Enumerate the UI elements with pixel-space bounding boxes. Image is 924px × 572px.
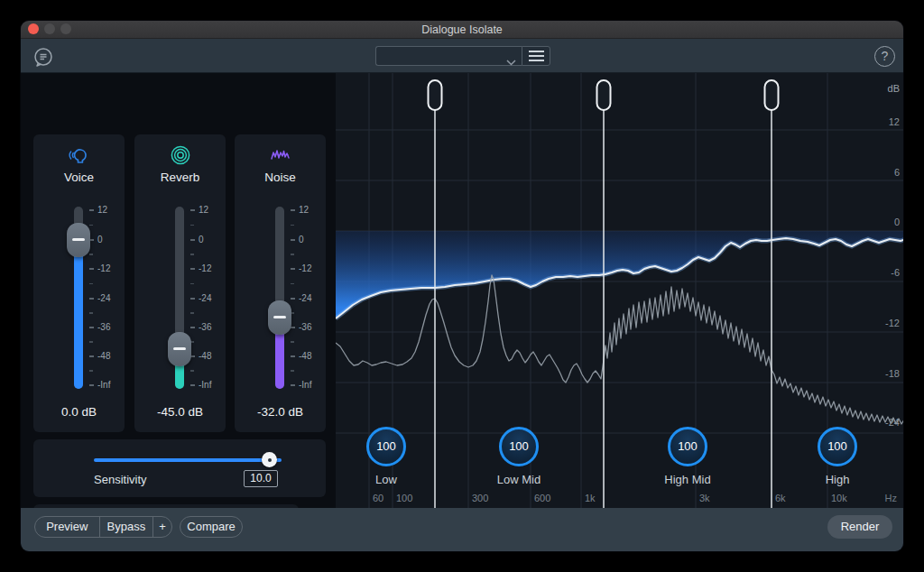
band-label: High Mid — [647, 473, 728, 486]
fader-tick-label: -24 — [199, 293, 224, 303]
window-title: Dialogue Isolate — [21, 21, 903, 39]
compare-button[interactable]: Compare — [180, 516, 243, 538]
db-axis-label: -18 — [885, 368, 900, 379]
sensitivity-slider[interactable] — [94, 458, 282, 462]
freq-axis-label: 300 — [472, 493, 488, 503]
crossover-handle[interactable] — [765, 80, 779, 110]
fader-value-reverb: -45.0 dB — [134, 405, 226, 419]
fader-tick-label: -Inf — [97, 380, 123, 390]
fader-tick-label: 12 — [97, 205, 123, 215]
freq-axis-label: 60 — [373, 493, 383, 503]
fader-tick-label: -Inf — [299, 380, 324, 390]
band-label: High — [797, 473, 878, 486]
preset-menu-button[interactable] — [522, 46, 550, 66]
fader-value-noise: -32.0 dB — [235, 405, 326, 419]
sensitivity-card: Sensitivity 10.0 — [33, 439, 326, 497]
sensitivity-value-field[interactable]: 10.0 — [244, 470, 278, 487]
fader-tick-label: -36 — [199, 322, 224, 332]
fader-card-reverb: Reverb -45.0 dB 120-12-24-36-48-Inf — [134, 134, 226, 432]
fader-label-reverb: Reverb — [134, 171, 226, 184]
preview-button-group: Preview Bypass + — [34, 516, 172, 538]
voice-icon — [33, 143, 125, 167]
fader-tick-label: 0 — [199, 235, 224, 244]
fader-tick-label: -12 — [97, 263, 123, 273]
fader-card-voice: Voice 0.0 dB 120-12-24-36-48-Inf — [33, 134, 125, 432]
fader-tick-label: -12 — [299, 263, 324, 273]
fader-card-noise: Noise -32.0 dB 120-12-24-36-48-Inf — [235, 134, 326, 432]
band-knob-low[interactable]: 100 — [366, 427, 406, 466]
add-button[interactable]: + — [152, 517, 171, 537]
preset-dropdown[interactable] — [375, 46, 522, 66]
sensitivity-slider-handle[interactable] — [262, 452, 277, 467]
db-axis-unit: dB — [888, 83, 900, 94]
fader-tick-label: 12 — [199, 205, 224, 215]
fader-handle-voice[interactable] — [67, 223, 90, 257]
fader-tick-label: -48 — [199, 351, 224, 361]
bypass-button[interactable]: Bypass — [99, 517, 153, 537]
freq-axis-label: 100 — [396, 493, 412, 503]
fader-label-noise: Noise — [235, 171, 326, 184]
fader-tick-label: 12 — [299, 205, 324, 215]
sensitivity-label: Sensitivity — [94, 473, 147, 486]
db-axis-label: 6 — [894, 167, 900, 178]
crossover-handle[interactable] — [429, 80, 442, 110]
main-content: Voice 0.0 dB 120-12-24-36-48-Inf Reverb … — [21, 73, 904, 508]
fader-value-voice: 0.0 dB — [33, 405, 125, 419]
freq-axis-label: 10k — [831, 493, 847, 503]
spectrum-display: dB 1260-6-12-18-24 601003006001k3k6k10k … — [336, 73, 904, 508]
render-button[interactable]: Render — [827, 515, 892, 539]
fader-label-voice: Voice — [33, 171, 125, 184]
fader-handle-reverb[interactable] — [168, 332, 191, 366]
plugin-window: Dialogue Isolate ? — [20, 20, 904, 552]
transport-bar: Preview Bypass + Compare Render — [21, 508, 904, 552]
fader-tick-label: -48 — [299, 351, 324, 361]
fader-tick-label: -48 — [97, 351, 123, 361]
help-icon[interactable]: ? — [874, 46, 895, 67]
crossover-handle[interactable] — [597, 80, 611, 110]
reverb-icon — [134, 143, 226, 167]
freq-axis-label: 600 — [534, 493, 550, 503]
fader-tick-label: -12 — [199, 263, 224, 273]
freq-axis-unit: Hz — [882, 493, 900, 503]
fader-tick-label: -36 — [97, 322, 123, 332]
fader-tick-label: -24 — [97, 293, 123, 303]
band-knob-low-mid[interactable]: 100 — [499, 427, 539, 466]
fader-tick-label: -24 — [299, 293, 324, 303]
db-axis-label: 0 — [894, 217, 900, 227]
freq-axis-label: 1k — [585, 493, 596, 503]
chevron-down-icon — [506, 53, 516, 69]
feedback-comment-icon[interactable] — [32, 46, 55, 69]
db-axis-label: -24 — [885, 417, 900, 428]
fader-tick-label: -36 — [299, 322, 324, 332]
noise-icon — [235, 143, 326, 167]
band-label: Low Mid — [478, 473, 559, 486]
hamburger-icon — [529, 51, 544, 52]
db-axis-label: 12 — [889, 116, 900, 127]
band-label: Low — [346, 473, 427, 486]
fader-tick-label: 0 — [299, 235, 324, 244]
fader-tick-label: 0 — [97, 235, 123, 244]
band-knob-high[interactable]: 100 — [818, 427, 857, 466]
band-knob-high-mid[interactable]: 100 — [668, 427, 707, 466]
fader-tick-label: -Inf — [199, 380, 224, 390]
fader-handle-noise[interactable] — [268, 300, 291, 335]
desktop: Dialogue Isolate ? — [0, 0, 924, 572]
preview-button[interactable]: Preview — [35, 517, 99, 537]
db-axis-label: -12 — [885, 318, 900, 328]
plugin-toolbar: ? — [21, 39, 903, 73]
freq-axis-label: 3k — [699, 493, 710, 503]
freq-axis-label: 6k — [775, 493, 786, 503]
db-axis-label: -6 — [891, 267, 900, 278]
title-bar: Dialogue Isolate — [21, 21, 903, 39]
